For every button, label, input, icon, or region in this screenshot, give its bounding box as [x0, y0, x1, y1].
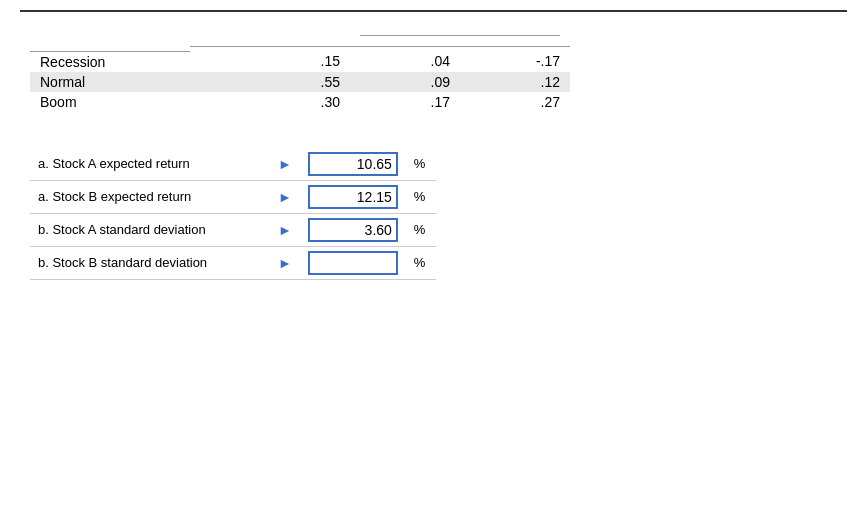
answer-label: a. Stock A expected return [30, 148, 270, 181]
questions-section [20, 128, 847, 134]
answer-arrow-icon: ► [270, 246, 300, 279]
answer-unit: % [406, 213, 436, 246]
answer-input[interactable] [308, 218, 398, 242]
answer-label: b. Stock A standard deviation [30, 213, 270, 246]
answer-input-cell[interactable] [300, 180, 406, 213]
answer-row: b. Stock A standard deviation ► % [30, 213, 436, 246]
state-cell: Normal [30, 72, 190, 92]
answer-input-cell[interactable] [300, 246, 406, 279]
stock-a-subheader [360, 35, 460, 40]
stockb-cell: .27 [460, 92, 570, 112]
table-row: Boom .30 .17 .27 [30, 92, 570, 112]
answer-input[interactable] [308, 251, 398, 275]
answer-row: a. Stock B expected return ► % [30, 180, 436, 213]
stock-b-subheader [460, 35, 560, 40]
prob-col-header [190, 26, 350, 47]
table-header-row [30, 26, 570, 47]
stocka-cell: .04 [350, 51, 460, 72]
stocka-cell: .17 [350, 92, 460, 112]
stocka-cell: .09 [350, 72, 460, 92]
page-header [20, 10, 847, 16]
rate-of-return-header [350, 26, 570, 47]
table-row: Normal .55 .09 .12 [30, 72, 570, 92]
answer-input[interactable] [308, 152, 398, 176]
answer-row: b. Stock B standard deviation ► % [30, 246, 436, 279]
state-col-header [30, 26, 190, 47]
data-table-section: Recession .15 .04 -.17 Normal .55 .09 .1… [30, 26, 847, 112]
answer-arrow-icon: ► [270, 148, 300, 181]
table-row: Recession .15 .04 -.17 [30, 51, 570, 72]
answer-unit: % [406, 246, 436, 279]
answer-unit: % [406, 180, 436, 213]
answer-arrow-icon: ► [270, 180, 300, 213]
answer-label: a. Stock B expected return [30, 180, 270, 213]
state-cell: Boom [30, 92, 190, 112]
state-cell: Recession [30, 51, 190, 72]
answer-unit: % [406, 148, 436, 181]
prob-cell: .30 [190, 92, 350, 112]
prob-cell: .55 [190, 72, 350, 92]
stockb-cell: .12 [460, 72, 570, 92]
prob-cell: .15 [190, 51, 350, 72]
answer-input-cell[interactable] [300, 148, 406, 181]
answer-input[interactable] [308, 185, 398, 209]
answer-arrow-icon: ► [270, 213, 300, 246]
answer-input-cell[interactable] [300, 213, 406, 246]
answer-row: a. Stock A expected return ► % [30, 148, 436, 181]
answer-label: b. Stock B standard deviation [30, 246, 270, 279]
answers-section: a. Stock A expected return ► % a. Stock … [30, 148, 847, 280]
stockb-cell: -.17 [460, 51, 570, 72]
